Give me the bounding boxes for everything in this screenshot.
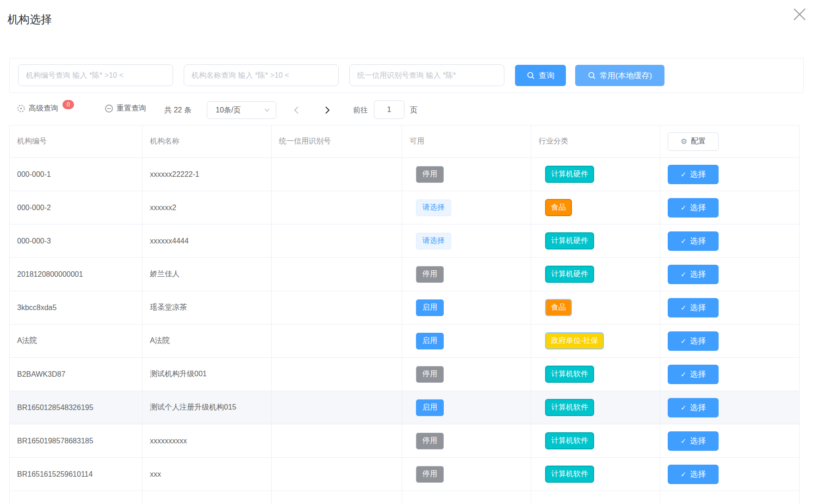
credit-code-input[interactable] bbox=[349, 64, 504, 86]
org-code-cell: BR1651615259610114 bbox=[10, 458, 143, 491]
chevron-left-icon bbox=[293, 106, 300, 114]
industry-tag[interactable]: 政府单位-社保 bbox=[545, 332, 604, 349]
gear-icon: ⚙ bbox=[681, 137, 687, 146]
org-name-cell: xxxxxxxxxx bbox=[143, 424, 272, 457]
status-badge[interactable]: 停用 bbox=[416, 433, 444, 449]
search-panel: 查询 常用(本地缓存) bbox=[9, 58, 804, 93]
status-badge[interactable]: 停用 bbox=[416, 466, 444, 483]
header-available: 可用 bbox=[402, 125, 531, 157]
reset-query-label: 重置查询 bbox=[117, 104, 146, 113]
select-button-label: 选择 bbox=[690, 469, 706, 479]
header-org-name: 机构名称 bbox=[143, 125, 272, 157]
check-icon: ✓ bbox=[681, 270, 687, 279]
select-button-label: 选择 bbox=[690, 436, 706, 446]
check-icon: ✓ bbox=[681, 470, 687, 479]
industry-tag[interactable]: 计算机软件 bbox=[545, 399, 594, 416]
table-row: B2BAWK3D87 测试机构升级001 停用 计算机软件 ✓ 选择 bbox=[10, 358, 799, 391]
prev-page-button[interactable] bbox=[290, 103, 304, 118]
advanced-query-badge: 0 bbox=[62, 100, 74, 109]
status-badge[interactable]: 停用 bbox=[416, 366, 444, 383]
table-row: 3kbcc8xda5 瑶圣堂凉茶 启用 食品 ✓ 选择 bbox=[10, 291, 799, 324]
select-button-label: 选择 bbox=[690, 369, 706, 380]
table-row: 000-000-1 xxxxxx22222-1 停用 计算机硬件 ✓ 选择 bbox=[10, 158, 799, 191]
advanced-query-label: 高级查询 bbox=[29, 104, 58, 113]
common-cache-button[interactable]: 常用(本地缓存) bbox=[575, 65, 664, 86]
config-button[interactable]: ⚙ 配置 bbox=[668, 132, 719, 151]
header-credit-code: 统一信用识别号 bbox=[272, 125, 402, 157]
industry-tag[interactable]: 计算机硬件 bbox=[545, 266, 594, 283]
reset-icon bbox=[105, 104, 113, 113]
query-button[interactable]: 查询 bbox=[515, 65, 566, 86]
credit-code-cell bbox=[272, 424, 402, 457]
industry-tag[interactable]: 计算机硬件 bbox=[545, 232, 594, 249]
select-button[interactable]: ✓ 选择 bbox=[668, 465, 719, 484]
page-size-select[interactable]: 10条/页 bbox=[207, 101, 276, 119]
industry-tag[interactable]: 计算机硬件 bbox=[545, 166, 594, 183]
industry-tag[interactable]: 计算机软件 bbox=[545, 366, 594, 383]
select-button[interactable]: ✓ 选择 bbox=[668, 398, 719, 417]
credit-code-cell bbox=[272, 458, 402, 491]
status-badge[interactable]: 停用 bbox=[416, 166, 444, 183]
org-code-cell: B2BAWK3D87 bbox=[10, 358, 143, 391]
industry-tag[interactable]: 计算机软件 bbox=[545, 432, 594, 449]
org-name-input[interactable] bbox=[184, 64, 339, 86]
next-page-button[interactable] bbox=[320, 103, 334, 118]
advanced-query-icon bbox=[17, 104, 25, 113]
credit-code-cell bbox=[272, 358, 402, 391]
status-badge[interactable]: 启用 bbox=[416, 333, 444, 349]
check-icon: ✓ bbox=[681, 404, 687, 412]
select-button-label: 选择 bbox=[690, 169, 706, 180]
org-name-cell: 娇兰佳人 bbox=[143, 258, 272, 291]
org-code-cell: 2018120800000001 bbox=[10, 258, 143, 291]
industry-tag[interactable]: 食品 bbox=[545, 199, 572, 216]
org-name-cell: xxxxxx4444 bbox=[143, 224, 272, 257]
credit-code-cell bbox=[272, 258, 402, 291]
industry-tag[interactable]: 食品 bbox=[545, 299, 572, 316]
credit-code-cell bbox=[272, 291, 402, 324]
status-badge[interactable]: 停用 bbox=[416, 266, 444, 283]
search-icon bbox=[527, 71, 535, 80]
select-button-label: 选择 bbox=[690, 269, 706, 280]
table-stub-row bbox=[10, 491, 799, 504]
table-row: BR1651615259610114 xxx 停用 计算机软件 ✓ 选择 bbox=[10, 458, 799, 491]
status-badge[interactable]: 启用 bbox=[416, 299, 444, 316]
check-icon: ✓ bbox=[681, 204, 687, 212]
status-badge[interactable]: 请选择 bbox=[416, 199, 451, 216]
org-code-input[interactable] bbox=[18, 64, 173, 86]
status-badge[interactable]: 请选择 bbox=[416, 233, 451, 249]
reset-query-button[interactable]: 重置查询 bbox=[105, 104, 146, 113]
goto-page-input[interactable] bbox=[374, 100, 404, 119]
config-button-label: 配置 bbox=[691, 137, 706, 146]
select-button-label: 选择 bbox=[690, 336, 706, 346]
check-icon: ✓ bbox=[681, 170, 687, 179]
select-button[interactable]: ✓ 选择 bbox=[668, 165, 719, 184]
select-button[interactable]: ✓ 选择 bbox=[668, 331, 719, 351]
org-code-cell: 3kbcc8xda5 bbox=[10, 291, 143, 324]
select-button[interactable]: ✓ 选择 bbox=[668, 431, 719, 451]
credit-code-cell bbox=[272, 158, 402, 191]
org-name-cell: xxxxxx22222-1 bbox=[143, 158, 272, 191]
header-industry: 行业分类 bbox=[531, 125, 660, 157]
select-button[interactable]: ✓ 选择 bbox=[668, 265, 719, 284]
close-button[interactable] bbox=[789, 5, 810, 25]
goto-page-unit: 页 bbox=[410, 106, 417, 115]
org-code-cell: BR1650128548326195 bbox=[10, 391, 143, 424]
check-icon: ✓ bbox=[681, 304, 687, 312]
table-row: A法院 A法院 启用 政府单位-社保 ✓ 选择 bbox=[10, 324, 799, 358]
industry-tag[interactable]: 计算机软件 bbox=[545, 466, 594, 483]
select-button[interactable]: ✓ 选择 bbox=[668, 231, 719, 251]
status-badge[interactable]: 启用 bbox=[416, 399, 444, 416]
org-name-cell: 测试个人注册升级机构015 bbox=[143, 391, 272, 424]
select-button[interactable]: ✓ 选择 bbox=[668, 298, 719, 317]
table-row: 000-000-2 xxxxxx2 请选择 食品 ✓ 选择 bbox=[10, 191, 799, 224]
goto-page-label: 前往 bbox=[353, 106, 368, 115]
select-button[interactable]: ✓ 选择 bbox=[668, 365, 719, 384]
credit-code-cell bbox=[272, 391, 402, 424]
table-header-row: 机构编号 机构名称 统一信用识别号 可用 行业分类 ⚙ 配置 bbox=[10, 125, 799, 158]
chevron-down-icon bbox=[264, 107, 270, 113]
credit-code-cell bbox=[272, 224, 402, 257]
check-icon: ✓ bbox=[681, 337, 687, 345]
advanced-query-button[interactable]: 高级查询 0 bbox=[17, 104, 74, 113]
select-button[interactable]: ✓ 选择 bbox=[668, 198, 719, 218]
header-org-code: 机构编号 bbox=[10, 125, 143, 157]
